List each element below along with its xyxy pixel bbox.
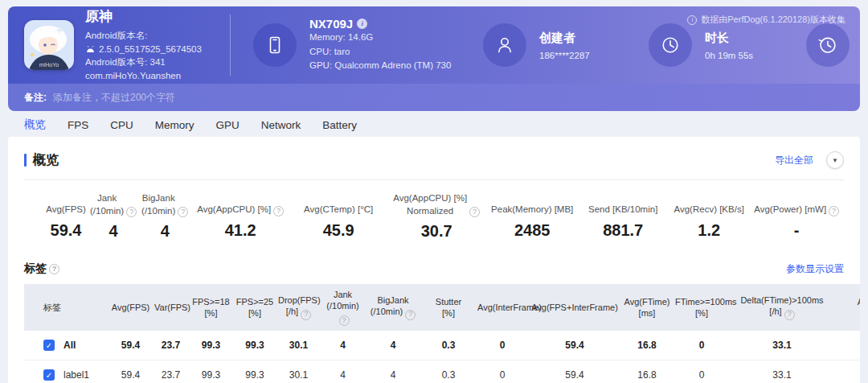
row-label-text: label1: [63, 369, 89, 381]
history-icon: [806, 23, 850, 67]
col-ftime-ge-100ms: FTime>=100ms [%]: [674, 284, 730, 331]
collapse-button[interactable]: ▼: [826, 151, 844, 169]
app-title: 原神: [85, 7, 202, 27]
section-title: 概览: [24, 152, 59, 169]
help-icon[interactable]: ?: [126, 207, 137, 217]
app-icon: miHoYo: [24, 20, 74, 70]
duration-value: 0h 19m 55s: [705, 51, 753, 60]
android-icon: [85, 45, 96, 53]
col-drop-fps: Drop(FPS) [/h]?: [276, 284, 321, 331]
col-label: 标签: [24, 284, 108, 331]
overview-card: 概览 导出全部 ▼ Avg(FPS) 59.4 Jank (/10min)? 4…: [8, 137, 860, 383]
app-package-name: com.miHoYo.Yuanshen: [85, 69, 202, 83]
banner-divider: [230, 14, 231, 76]
duration-label: 时长: [705, 31, 753, 46]
tab-overview[interactable]: 概览: [24, 117, 46, 132]
col-avg-ftime: Avg(FTime) [ms]: [620, 284, 674, 331]
tab-fps[interactable]: FPS: [68, 119, 88, 131]
col-var-fps: Var(FPS): [153, 284, 189, 331]
android-version-name: 2.5.0_5517525_5674503: [99, 43, 202, 56]
export-all-link[interactable]: 导出全部: [775, 154, 813, 167]
stat-avg-appcpu: Avg(AppCPU) [%]? 41.2: [193, 192, 288, 241]
section-divider: [24, 179, 844, 180]
table-row-label1: ✓ label1 59.4 23.7 99.3 99.3 30.1 4 4 0.…: [24, 360, 860, 383]
help-icon[interactable]: ?: [829, 206, 839, 216]
row-checkbox[interactable]: ✓: [43, 369, 55, 381]
col-fps-ge-18: FPS>=18 [%]: [189, 284, 233, 331]
stat-peak-memory: Peak(Memory) [MB] 2485: [487, 192, 577, 241]
app-info-block: miHoYo 原神 Android版本名: 2.5.0_5517525_5674…: [24, 7, 227, 82]
col-delta-ftime: Delta(FTime)>100ms [/h]?: [730, 284, 834, 331]
device-block: NX709J i Memory: 14.6G CPU: taro GPU: Qu…: [253, 17, 480, 73]
remark-bar: 备注: 添加备注，不超过200个字符: [8, 84, 860, 111]
perfdog-version-note: i 数据由PerfDog(6.1.220128)版本收集: [687, 14, 845, 26]
tab-network[interactable]: Network: [261, 119, 301, 131]
col-stutter: Stutter [%]: [421, 284, 476, 331]
table-header-row: 标签 Avg(FPS) Var(FPS) FPS>=18 [%] FPS>=25…: [24, 284, 860, 331]
collect-note-text: 数据由PerfDog(6.1.220128)版本收集: [701, 14, 845, 26]
creator-value: 186****2287: [539, 51, 590, 60]
labels-table-wrap: 标签 Avg(FPS) Var(FPS) FPS>=18 [%] FPS>=25…: [24, 284, 860, 383]
labels-table: 标签 Avg(FPS) Var(FPS) FPS>=18 [%] FPS>=25…: [24, 284, 860, 383]
device-memory: Memory: 14.6G: [309, 31, 451, 45]
stat-jank: Jank (/10min)? 4: [90, 192, 137, 241]
col-avg-interframe: Avg(InterFrame): [476, 284, 529, 331]
creator-block: 创建者 186****2287: [483, 23, 621, 67]
tab-battery[interactable]: Battery: [322, 119, 357, 131]
stat-avg-ctemp: Avg(CTemp) [°C] 45.9: [291, 192, 386, 241]
overview-stats: Avg(FPS) 59.4 Jank (/10min)? 4 BigJank (…: [24, 192, 844, 241]
tab-memory[interactable]: Memory: [155, 119, 194, 131]
help-icon[interactable]: ?: [339, 315, 350, 326]
help-icon[interactable]: ?: [405, 310, 416, 320]
upload-time-block: 上传时间 16/02/2022 15:43:23: [806, 23, 860, 67]
col-avg-fps-interframe: Avg(FPS+InterFrame): [529, 284, 620, 331]
report-header-banner: i 数据由PerfDog(6.1.220128)版本收集 miHoYo: [8, 6, 860, 111]
help-icon[interactable]: ?: [301, 310, 311, 320]
android-version-code: Android版本号: 341: [85, 56, 202, 69]
stat-avg-appcpu-normalized: Avg(AppCPU) [%] Normalized? 30.7: [389, 192, 484, 241]
device-name: NX709J: [309, 17, 353, 31]
help-icon[interactable]: ?: [784, 310, 795, 320]
row-label-text: All: [63, 340, 76, 351]
col-fps-ge-25: FPS>=25 [%]: [233, 284, 276, 331]
help-icon[interactable]: ?: [49, 264, 59, 274]
stat-bigjank: BigJank (/10min)? 4: [140, 192, 190, 241]
parameter-display-settings-link[interactable]: 参数显示设置: [786, 262, 844, 276]
col-avg-fps: Avg(FPS): [108, 284, 153, 331]
section-title-bar: [24, 154, 27, 167]
remark-label: 备注:: [24, 91, 47, 105]
labels-section-title: 标签?: [24, 262, 59, 276]
phone-icon: [253, 23, 297, 67]
help-icon[interactable]: ?: [178, 207, 188, 217]
banner-main: i 数据由PerfDog(6.1.220128)版本收集 miHoYo: [8, 6, 860, 84]
row-checkbox[interactable]: ✓: [43, 340, 55, 351]
table-row-all: ✓ All 59.4 23.7 99.3 99.3 30.1 4 4 0.3 0…: [24, 331, 860, 360]
tab-cpu[interactable]: CPU: [110, 119, 133, 131]
creator-label: 创建者: [539, 31, 590, 46]
person-icon: [483, 23, 526, 67]
col-bigjank: BigJank (/10min)?: [365, 284, 421, 331]
android-version-name-label: Android版本名:: [85, 29, 202, 43]
stat-avg-power: Avg(Power) [mW]? -: [752, 192, 841, 241]
info-icon: i: [687, 15, 697, 25]
device-info-icon[interactable]: i: [357, 19, 367, 29]
duration-block: 时长 0h 19m 55s: [649, 23, 782, 67]
stat-avg-fps: Avg(FPS) 59.4: [45, 192, 87, 241]
tab-gpu[interactable]: GPU: [216, 119, 240, 131]
device-cpu: CPU: taro: [309, 45, 451, 60]
stat-send: Send [KB/10min] 881.7: [580, 192, 665, 241]
col-jank: Jank (/10min)?: [321, 284, 365, 331]
app-icon-brand-text: miHoYo: [39, 62, 59, 68]
help-icon[interactable]: ?: [273, 206, 284, 216]
device-gpu: GPU: Qualcomm Adreno (TM) 730: [309, 59, 451, 73]
help-icon[interactable]: ?: [469, 207, 480, 217]
remark-input[interactable]: 添加备注，不超过200个字符: [53, 91, 175, 105]
stat-avg-recv: Avg(Recv) [KB/s] 1.2: [669, 192, 749, 241]
app-text: 原神 Android版本名: 2.5.0_5517525_5674503 And…: [85, 7, 202, 82]
col-truncated: Avg( [: [834, 284, 860, 331]
clock-icon: [649, 23, 692, 67]
report-tabs: 概览 FPS CPU Memory GPU Network Battery: [8, 113, 860, 137]
